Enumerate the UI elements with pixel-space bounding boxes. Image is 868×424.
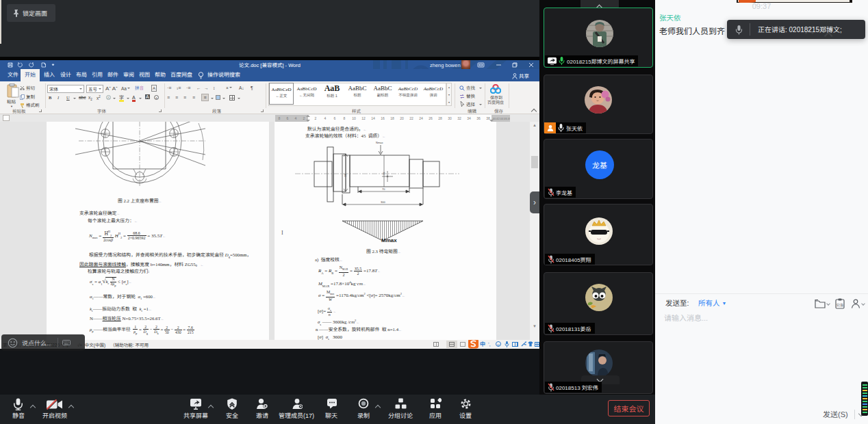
- svg-text:2: 2: [303, 116, 305, 120]
- svg-text:4: 4: [295, 116, 297, 120]
- svg-text:48: 48: [508, 117, 510, 120]
- svg-text:4: 4: [324, 116, 327, 120]
- svg-text:90: 90: [344, 174, 348, 177]
- svg-text:12: 12: [361, 116, 366, 120]
- svg-text:26: 26: [429, 116, 433, 120]
- svg-text:70: 70: [382, 172, 386, 175]
- svg-text:10: 10: [352, 116, 356, 120]
- svg-text:28: 28: [438, 116, 442, 120]
- svg-text:6: 6: [287, 116, 289, 120]
- svg-text:6: 6: [334, 116, 336, 120]
- svg-text:300: 300: [381, 200, 385, 204]
- svg-text:30: 30: [448, 116, 452, 120]
- svg-text:22: 22: [409, 116, 413, 120]
- svg-text:Nmax: Nmax: [376, 140, 383, 144]
- svg-text:36: 36: [476, 116, 481, 120]
- svg-text:2: 2: [315, 116, 317, 120]
- svg-text:70: 70: [382, 187, 385, 191]
- svg-text:14: 14: [371, 116, 375, 120]
- svg-text:20: 20: [400, 116, 404, 120]
- svg-text:32: 32: [457, 116, 461, 120]
- svg-text:8: 8: [279, 116, 281, 120]
- svg-text:公告: 公告: [836, 302, 844, 308]
- svg-text:16: 16: [381, 116, 385, 120]
- svg-text:18: 18: [390, 116, 394, 120]
- svg-text:24: 24: [419, 116, 423, 120]
- svg-text:34: 34: [467, 116, 471, 120]
- svg-text:8: 8: [344, 116, 346, 120]
